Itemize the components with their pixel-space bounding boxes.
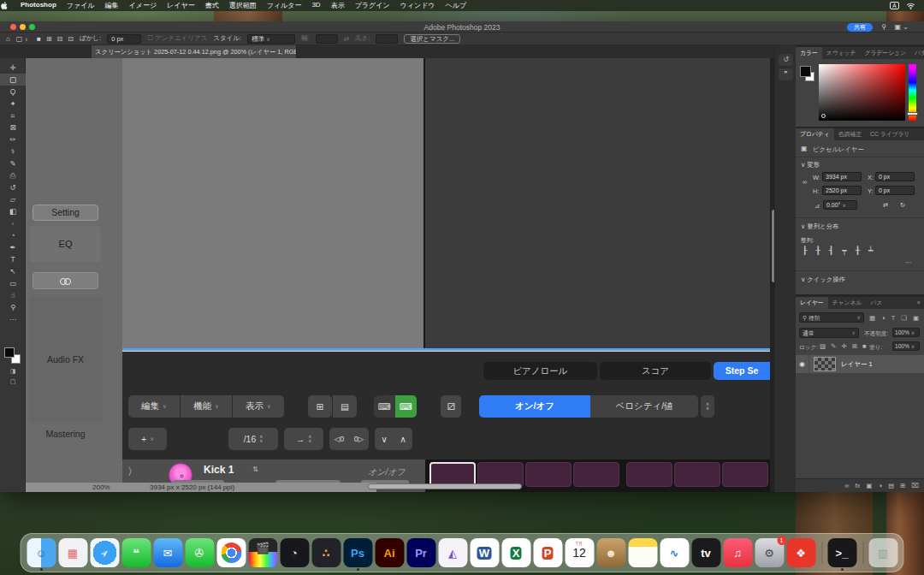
width-input[interactable]: 3934 px [822,172,862,181]
panel-tab[interactable]: プロパティ [796,128,834,140]
x-input[interactable]: 0 px [875,172,915,181]
dock-facetime[interactable]: ✇ [185,538,214,567]
layer-thumbnail[interactable] [814,357,836,371]
menu-item[interactable]: ファイル [62,1,100,10]
dock-final-cut-pro[interactable]: 🎬 [248,538,277,567]
align-left-icon[interactable]: ┠ [803,246,807,255]
menu-item[interactable]: レイヤー [162,1,200,10]
dock-illustrator[interactable]: Ai [375,538,404,567]
tool-preset-icon[interactable]: ▢ ∨ [16,35,28,43]
layer-visibility-icon[interactable]: ◉ [796,355,809,373]
layer-filter-select[interactable]: ⚲ 種類 ∨ [799,312,864,323]
align-section-header[interactable]: ∨ 整列と分布 [801,222,838,231]
history-icon[interactable]: ↺ [779,54,793,66]
zoom-level[interactable]: 200% [92,483,110,491]
link-layers-icon[interactable]: ∞ [844,482,849,489]
dock-photoshop[interactable]: Ps [343,538,372,567]
frame-tool[interactable]: ⊠ [0,122,26,133]
comments-icon[interactable]: ❞ [779,68,793,80]
menu-item[interactable]: 選択範囲 [224,1,262,10]
filter-type-icon[interactable]: T [891,314,896,322]
dock-calendar[interactable]: 7月 12 [565,538,594,567]
hand-tool[interactable]: ☝ [0,289,26,301]
clone-stamp-tool[interactable]: ⎙ [0,169,26,181]
dock-red-diamond-app[interactable]: ❖ [786,538,815,567]
flip-horizontal-icon[interactable]: ⇄ [883,201,888,209]
more-options-icon[interactable]: ⋯ [905,258,911,266]
dock-word[interactable]: W [470,538,499,567]
select-and-mask-button[interactable]: 選択とマスク... [404,34,460,44]
dock-separator-1[interactable] [818,538,825,567]
adjustment-layer-icon[interactable]: ◑ [878,482,882,489]
healing-brush-tool[interactable]: ⚕ [0,145,26,157]
dock-safari[interactable]: ➢ [90,538,119,567]
blend-mode-select[interactable]: 通常∨ [799,328,859,338]
horizontal-scrollbar[interactable] [368,483,522,489]
workspace-switcher-icon[interactable]: ▣ ⌄ [895,23,909,31]
feather-input[interactable]: 0 px [107,34,141,44]
filter-smart-icon[interactable]: ▣ [913,314,919,322]
eyedropper-tool[interactable]: ✏ [0,133,26,145]
menu-item[interactable]: 3D [306,1,325,10]
layer-group-icon[interactable]: ▤ [888,482,894,489]
document-tab[interactable]: スクリーンショット 2025-07-12 0.44.12.png @ 200% … [92,45,297,58]
panel-tab[interactable]: カラー [796,47,822,59]
dock-terminal[interactable]: >_ [827,538,856,567]
delete-layer-icon[interactable]: ⌧ [911,482,919,489]
dock-music[interactable]: ♫ [723,538,752,567]
menu-item[interactable]: ウィンドウ [395,1,441,10]
align-center-h-icon[interactable]: ╂ [815,246,820,255]
dock-curve-app[interactable]: ∿ [660,538,689,567]
dock-chrome[interactable] [216,538,246,567]
style-select[interactable]: 標準 ∨ [247,34,295,44]
fill-value[interactable]: 100% ∨ [892,341,920,351]
menu-item[interactable]: ヘルプ [441,1,472,10]
dock-system-settings[interactable]: ⚙ 1 [755,538,784,567]
align-top-icon[interactable]: ┯ [842,246,846,255]
layer-style-icon[interactable]: fx [855,482,860,489]
height-input[interactable]: 2520 px [822,186,862,195]
quick-actions-header[interactable]: ∨ クイック操作 [801,276,845,284]
dock-disk-speed-app[interactable]: ◔ [280,538,309,567]
lock-position-icon[interactable]: ✛ [841,342,846,350]
gradient-tool[interactable]: ◧ [0,205,26,217]
screen-mode-icon[interactable]: ▢ [0,378,26,385]
y-input[interactable]: 0 px [875,186,915,195]
edit-toolbar-icon[interactable]: ⋯ [0,313,26,325]
panel-tab[interactable]: グラデーション [861,47,911,59]
panel-tab[interactable]: CC ライブラリ [866,128,915,140]
new-selection-icon[interactable]: ■ [37,35,41,43]
menu-item[interactable]: 書式 [200,1,224,10]
home-icon[interactable]: ⌂ [6,35,10,43]
align-right-icon[interactable]: ┨ [829,246,833,255]
foreground-color-swatch[interactable] [800,66,811,77]
subtract-selection-icon[interactable]: ⊟ [57,35,63,43]
align-bottom-icon[interactable]: ┷ [868,246,873,255]
lock-transparent-icon[interactable]: ▨ [820,342,826,350]
transform-section-header[interactable]: ∨ 変形 [801,161,820,169]
search-icon[interactable]: ⚲ [881,23,886,31]
filter-adjustment-icon[interactable]: ◑ [881,314,886,322]
color-swatches[interactable] [4,347,21,365]
dock-affinity[interactable]: ◭ [438,538,467,567]
type-tool[interactable]: T [0,253,26,265]
crop-tool[interactable]: ⌗ [0,110,26,122]
hue-slider-handle[interactable] [907,112,918,116]
dock-trash[interactable]: ▥ [868,538,897,567]
opacity-value[interactable]: 100% ∨ [892,328,920,337]
menu-item[interactable]: イメージ [124,1,163,10]
panel-tab[interactable]: パス [866,297,886,309]
color-cursor[interactable] [821,114,826,118]
dodge-tool[interactable]: ◔ [0,229,26,241]
dock-davinci-resolve[interactable]: ∴ [311,538,341,567]
layer-mask-icon[interactable]: ▣ [866,482,872,489]
marquee-tool[interactable]: ▢ [0,74,26,86]
new-layer-icon[interactable]: ⊞ [900,482,905,489]
menu-item[interactable]: プラグイン [350,1,395,10]
zoom-tool[interactable]: ⚲ [0,301,26,313]
pen-tool[interactable]: ✒ [0,241,26,253]
dock-excel[interactable]: X [501,538,530,567]
dock-contacts[interactable]: ☻ [596,538,625,567]
panel-tab[interactable]: パターン [910,47,924,59]
filter-shape-icon[interactable]: ❏ [901,314,907,322]
